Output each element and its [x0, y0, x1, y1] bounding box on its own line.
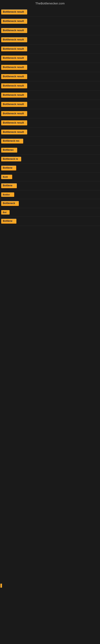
empty-area — [0, 226, 100, 346]
list-item[interactable]: Bottlene — [1, 183, 100, 188]
list-item[interactable]: Bottleneck re — [1, 157, 100, 162]
list-item[interactable]: Bottleneck result — [1, 111, 100, 116]
bottleneck-section-18: Bottlene — [0, 164, 100, 173]
bottleneck-section-13: Bottleneck result — [0, 118, 100, 128]
list-item[interactable]: Bottleneck result — [1, 28, 100, 33]
bottom-indicator — [0, 584, 2, 588]
bottleneck-badge[interactable]: Bottleneck result — [1, 65, 27, 70]
bottleneck-section-6: Bottleneck result — [0, 54, 100, 63]
bottleneck-section-9: Bottleneck result — [0, 81, 100, 90]
list-item[interactable]: Bottleneck result — [1, 37, 100, 42]
bottleneck-badge[interactable]: Bottler — [1, 192, 14, 197]
bottleneck-badge[interactable]: Bottleneck result — [1, 111, 27, 116]
list-item[interactable]: Bottler — [1, 192, 100, 197]
list-item[interactable]: Bottlene — [1, 219, 100, 224]
bottleneck-section-20: Bottlene — [0, 181, 100, 190]
bottleneck-section-14: Bottleneck result — [0, 128, 100, 137]
list-item[interactable]: Bottl — [1, 175, 100, 179]
bottleneck-badge[interactable]: Bottleneck result — [1, 56, 27, 60]
list-item[interactable]: Bottleneck result — [1, 10, 100, 14]
list-item[interactable]: Bottleneck res — [1, 139, 100, 144]
list-item[interactable]: Bottleneck result — [1, 46, 100, 52]
bottleneck-badge[interactable]: Bottleneck result — [1, 120, 27, 126]
site-header: TheBottlenecker.com — [0, 0, 100, 8]
list-item[interactable]: Bottleneck — [1, 201, 100, 206]
bottleneck-section-5: Bottleneck result — [0, 44, 100, 54]
list-item[interactable]: Bottleneck result — [1, 102, 100, 107]
list-item[interactable]: Bottleneck result — [1, 120, 100, 126]
bottleneck-badge[interactable]: Bottleneck — [1, 201, 19, 206]
bottleneck-section-8: Bottleneck result — [0, 72, 100, 81]
bottleneck-badge[interactable]: Bottlenec — [1, 148, 17, 152]
bottleneck-section-17: Bottleneck re — [0, 155, 100, 164]
bottleneck-section-21: Bottler — [0, 190, 100, 199]
list-item[interactable]: Bottlene — [1, 166, 100, 170]
list-item[interactable]: Bottleneck result — [1, 19, 100, 24]
bottleneck-section-2: Bottleneck result — [0, 17, 100, 26]
bottleneck-badge[interactable]: Bottleneck result — [1, 19, 27, 24]
bottleneck-badge[interactable]: Bottlene — [1, 219, 16, 224]
bottleneck-badge[interactable]: Bottleneck result — [1, 83, 27, 88]
bottleneck-badge[interactable]: Bottlene — [1, 183, 17, 188]
bottleneck-badge[interactable]: Bottleneck result — [1, 74, 27, 79]
bottleneck-badge[interactable]: Bottleneck re — [1, 157, 21, 162]
bottleneck-badge[interactable]: Bottleneck result — [1, 92, 27, 98]
bottleneck-section-24: Bottlene — [0, 217, 100, 226]
list-item[interactable]: Bottleneck result — [1, 65, 100, 70]
list-item[interactable]: Bottleneck result — [1, 83, 100, 88]
list-item[interactable]: Bottleneck result — [1, 130, 100, 135]
content-area: Bottleneck result Bottleneck result Bott… — [0, 8, 100, 346]
bottleneck-badge[interactable]: Bottleneck result — [1, 37, 27, 42]
list-item[interactable]: Bottleneck result — [1, 56, 100, 60]
bottleneck-section-11: Bottleneck result — [0, 100, 100, 109]
bottleneck-section-10: Bottleneck result — [0, 90, 100, 100]
bottleneck-badge[interactable]: Bottleneck result — [1, 46, 27, 52]
list-item[interactable]: Bottlenec — [1, 148, 100, 152]
bottleneck-section-23: Bot — [0, 208, 100, 217]
bottleneck-badge[interactable]: Bottleneck result — [1, 10, 27, 14]
bottleneck-badge[interactable]: Bottl — [1, 175, 12, 179]
bottleneck-badge[interactable]: Bottleneck res — [1, 139, 23, 144]
bottleneck-badge[interactable]: Bottleneck result — [1, 102, 27, 107]
bottleneck-section-7: Bottleneck result — [0, 63, 100, 72]
bottleneck-badge[interactable]: Bottleneck result — [1, 130, 27, 135]
list-item[interactable]: Bot — [1, 210, 100, 214]
bottleneck-section-12: Bottleneck result — [0, 109, 100, 118]
bottleneck-section-22: Bottleneck — [0, 199, 100, 208]
bottleneck-badge[interactable]: Bottleneck result — [1, 28, 27, 33]
bottleneck-section-16: Bottlenec — [0, 146, 100, 155]
bottleneck-badge[interactable]: Bottlene — [1, 166, 16, 170]
bottleneck-section-4: Bottleneck result — [0, 35, 100, 44]
bottleneck-badge[interactable]: Bot — [1, 210, 10, 214]
list-item[interactable]: Bottleneck result — [1, 74, 100, 79]
bottleneck-section-1: Bottleneck result — [0, 8, 100, 17]
bottleneck-section-19: Bottl — [0, 173, 100, 181]
list-item[interactable]: Bottleneck result — [1, 92, 100, 98]
bottleneck-section-3: Bottleneck result — [0, 26, 100, 35]
bottleneck-section-15: Bottleneck res — [0, 137, 100, 146]
